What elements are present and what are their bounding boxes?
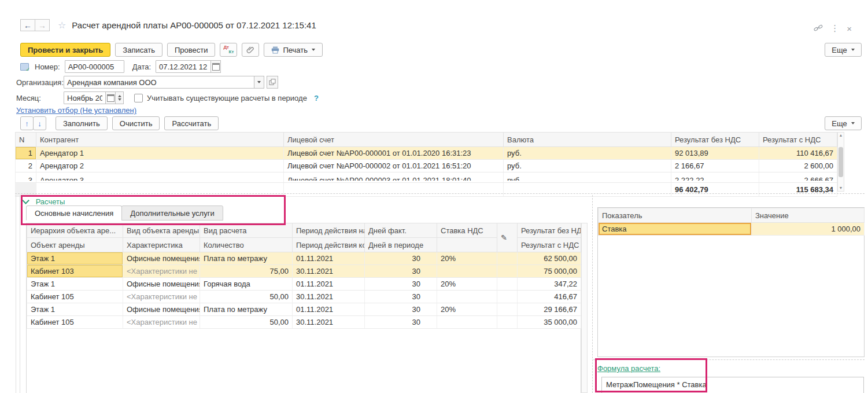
cell-calc-kind[interactable]: Плата по метражу [200, 252, 293, 265]
cell-result[interactable]: 347,22 [518, 278, 581, 291]
cell-contractor[interactable]: Арендатор 1 [36, 147, 284, 160]
cell-n[interactable]: 3 [16, 172, 36, 183]
cell-currency[interactable]: руб. [504, 172, 671, 183]
post-and-close-button[interactable]: Провести и закрыть [20, 43, 110, 57]
form-more-button[interactable]: Еще [825, 43, 862, 57]
cell-rent-object[interactable]: Кабинет 105 [27, 291, 123, 303]
organization-open-button[interactable] [267, 76, 278, 89]
more-menu-icon[interactable]: ⋮ [830, 23, 839, 34]
set-filter-link[interactable]: Установить отбор (Не установлен) [16, 106, 136, 115]
cell-rent-object[interactable]: Кабинет 105 [27, 316, 123, 329]
cell-result[interactable]: 35 000,00 [518, 316, 581, 329]
cell-days[interactable]: 30 [365, 252, 437, 265]
cell-period[interactable]: 01.11.2021 [293, 278, 365, 291]
dtkt-postings-button[interactable]: Дт Кт [220, 43, 237, 57]
cell-vat[interactable] [437, 265, 497, 278]
cell-period[interactable]: 30.11.2021 [293, 291, 365, 303]
cell-gross[interactable]: 2 666,67 [759, 172, 837, 183]
cell-account[interactable]: Лицевой счет №АР00-000003 от 01.01.2021 … [284, 172, 504, 183]
tab-additional-services[interactable]: Дополнительные услуги [121, 205, 223, 221]
consider-existing-label[interactable]: Учитывать существующие расчеты в периоде [147, 94, 307, 102]
cell-result[interactable]: 62 500,00 [518, 252, 581, 265]
help-icon[interactable]: ? [314, 94, 319, 102]
cell-contractor[interactable]: Арендатор 3 [36, 172, 284, 183]
move-down-button[interactable]: ↓ [33, 116, 46, 130]
scroll-down-icon[interactable]: ▼ [839, 186, 843, 190]
formula-input[interactable]: МетражПомещения * Ставка [601, 377, 864, 393]
contractors-scrollbar[interactable]: ▲ ▼ [837, 132, 844, 192]
calculate-button[interactable]: Рассчитать [164, 116, 219, 130]
cell-currency[interactable]: руб. [504, 147, 671, 160]
cell-gross[interactable]: 110 416,67 [759, 147, 837, 160]
favorite-star-icon[interactable]: ☆ [58, 20, 66, 31]
cell-calc-kind[interactable]: Плата по метражу [200, 303, 293, 316]
cell-gross[interactable]: 2 600,00 [759, 160, 837, 172]
calc-row-1b[interactable]: Кабинет 103 <Характеристики не ... 75,00… [27, 265, 581, 278]
cell-period[interactable]: 01.11.2021 [293, 252, 365, 265]
cell-quantity[interactable]: 75,00 [200, 265, 293, 278]
cell-net[interactable]: 92 013,89 [671, 147, 759, 160]
cell-characteristic[interactable]: <Характеристики не ... [123, 265, 200, 278]
cell-object-kind[interactable]: Офисные помещения [123, 252, 200, 265]
cell-object-kind[interactable]: Офисные помещения [123, 278, 200, 291]
cell-account[interactable]: Лицевой счет №АР00-000002 от 01.01.2021 … [284, 160, 504, 172]
table-more-button[interactable]: Еще [825, 116, 862, 130]
cell-indicator-value[interactable]: 1 000,00 [752, 223, 865, 236]
fill-button[interactable]: Заполнить [56, 116, 108, 130]
cell-net[interactable]: 2 222,22 [671, 172, 759, 183]
cell-hierarchy[interactable]: Этаж 1 [27, 278, 123, 291]
calc-row-2b[interactable]: Кабинет 105 <Характеристики не ... 50,00… [27, 291, 581, 303]
calculations-section-header[interactable]: Расчеты [23, 197, 65, 206]
month-input[interactable] [64, 91, 106, 104]
cell-days[interactable]: 30 [365, 278, 437, 291]
calculations-scrollbar[interactable] [581, 223, 588, 393]
cell-contractor[interactable]: Арендатор 2 [36, 160, 284, 172]
cell-indicator-name[interactable]: Ставка [599, 223, 752, 236]
consider-existing-checkbox[interactable] [134, 94, 143, 102]
cell-pencil[interactable] [497, 303, 518, 316]
cell-quantity[interactable]: 50,00 [200, 291, 293, 303]
indicator-row-rate[interactable]: Ставка 1 000,00 [599, 223, 865, 236]
cell-period[interactable]: 30.11.2021 [293, 265, 365, 278]
cell-days[interactable]: 30 [365, 291, 437, 303]
number-input[interactable] [65, 60, 124, 73]
cell-characteristic[interactable]: <Характеристики не ... [123, 291, 200, 303]
attachments-button[interactable] [242, 43, 259, 57]
calc-row-1a[interactable]: Этаж 1 Офисные помещения Плата по метраж… [27, 252, 581, 265]
cell-period[interactable]: 30.11.2021 [293, 316, 365, 329]
cell-result[interactable]: 29 166,67 [518, 303, 581, 316]
cell-object-kind[interactable]: Офисные помещения [123, 303, 200, 316]
scrollbar-thumb[interactable] [839, 147, 843, 177]
contractor-row-1[interactable]: 1 Арендатор 1 Лицевой счет №АР00-000001 … [16, 147, 837, 160]
cell-pencil[interactable] [497, 265, 518, 278]
cell-quantity[interactable]: 50,00 [200, 316, 293, 329]
cell-rent-object[interactable]: Кабинет 103 [27, 265, 123, 278]
cell-net[interactable]: 2 166,67 [671, 160, 759, 172]
date-calendar-button[interactable] [210, 60, 221, 73]
close-icon[interactable]: × [847, 24, 852, 34]
cell-currency[interactable]: руб. [504, 160, 671, 172]
cell-vat[interactable]: 20% [437, 278, 497, 291]
scroll-up-icon[interactable]: ▲ [839, 133, 843, 138]
cell-pencil[interactable] [497, 252, 518, 265]
cell-vat[interactable]: 20% [437, 252, 497, 265]
cell-days[interactable]: 30 [365, 303, 437, 316]
cell-hierarchy[interactable]: Этаж 1 [27, 303, 123, 316]
back-button[interactable]: ← [20, 19, 35, 31]
cell-result[interactable]: 75 000,00 [518, 265, 581, 278]
date-input[interactable] [156, 60, 211, 73]
print-button[interactable]: Печать [264, 43, 323, 57]
cell-days[interactable]: 30 [365, 265, 437, 278]
organization-select-button[interactable] [254, 76, 264, 89]
post-button[interactable]: Провести [167, 43, 216, 57]
get-link-icon[interactable] [814, 24, 823, 34]
month-calendar-button[interactable] [105, 91, 116, 104]
month-spinner[interactable] [115, 91, 124, 104]
cell-n[interactable]: 1 [16, 147, 36, 160]
formula-link[interactable]: Формула расчета: [597, 364, 660, 373]
horizontal-splitter[interactable] [15, 193, 865, 194]
calc-row-2a[interactable]: Этаж 1 Офисные помещения Горячая вода 01… [27, 278, 581, 291]
cell-account[interactable]: Лицевой счет №АР00-000001 от 01.01.2020 … [284, 147, 504, 160]
cell-vat[interactable] [437, 316, 497, 329]
cell-days[interactable]: 30 [365, 316, 437, 329]
